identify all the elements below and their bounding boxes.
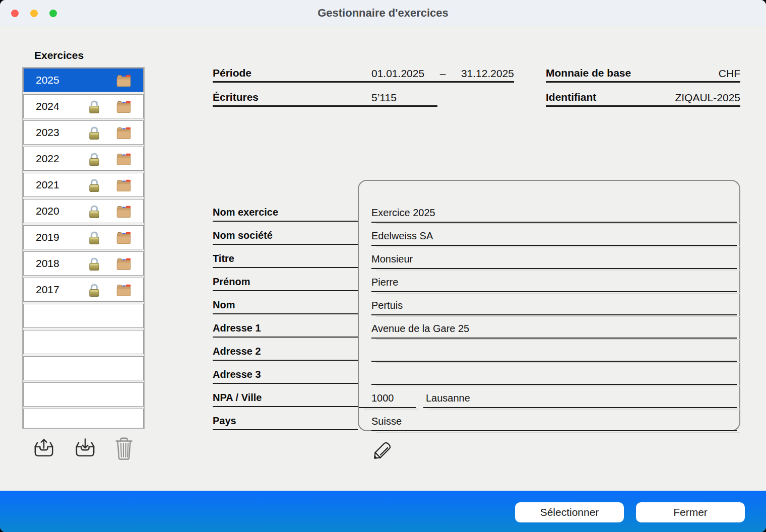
lock-icon: [88, 231, 100, 245]
exercise-year-row-2017[interactable]: 2017: [23, 278, 144, 302]
form-value-5[interactable]: Avenue de la Gare 25: [371, 323, 469, 335]
edit-address-button[interactable]: [368, 439, 394, 464]
form-value-underline: [371, 430, 737, 431]
ecritures-underline: [213, 105, 437, 107]
form-value-underline: [371, 361, 737, 362]
export-exercise-button[interactable]: [32, 438, 56, 459]
form-label-underline: [213, 290, 358, 291]
exercise-year-row-2024[interactable]: 2024: [23, 94, 144, 118]
form-label-underline: [213, 244, 358, 245]
import-exercise-button[interactable]: [73, 438, 97, 459]
form-value-underline: [371, 291, 737, 292]
form-label-underline: [213, 429, 358, 430]
npa-field[interactable]: 1000: [371, 392, 394, 404]
footer-bar: Sélectionner Fermer: [0, 491, 766, 532]
card-file-icon: [116, 231, 132, 245]
lock-icon: [88, 126, 100, 140]
card-file-icon: [116, 205, 132, 219]
lock-icon: [88, 205, 100, 219]
exercise-year-row-2023[interactable]: 2023: [23, 120, 144, 145]
exercise-year-row-2025[interactable]: 2025: [23, 68, 144, 92]
exercise-year-row-2019[interactable]: 2019: [23, 225, 144, 249]
exercise-year-row-2018[interactable]: 2018: [23, 251, 144, 276]
ecritures-value: 5’115: [371, 92, 397, 104]
periode-start: 01.01.2025: [371, 68, 424, 80]
form-label-1: Nom société: [213, 230, 273, 241]
monnaie-underline: [546, 81, 740, 83]
form-label-underline: [213, 267, 358, 268]
form-label-underline: [213, 313, 358, 314]
form-label-7: Adresse 3: [213, 369, 261, 380]
form-label-underline: [213, 406, 358, 407]
form-label-8: NPA / Ville: [213, 392, 262, 404]
trash-icon: [114, 436, 134, 460]
lock-icon: [88, 257, 100, 271]
identifiant-underline: [546, 105, 740, 107]
exercise-year-row-2021[interactable]: 2021: [23, 173, 144, 197]
lock-icon: [88, 283, 100, 297]
form-value-underline: [371, 245, 737, 246]
card-file-icon: [116, 126, 132, 140]
form-label-underline: [213, 360, 358, 361]
form-value-4[interactable]: Pertuis: [371, 300, 403, 311]
form-value-underline: [371, 314, 737, 315]
ecritures-label: Écritures: [213, 91, 259, 103]
form-value-underline: [371, 338, 737, 339]
close-button[interactable]: Fermer: [636, 502, 745, 522]
form-label-underline: [213, 221, 358, 222]
year-label: 2018: [36, 252, 59, 275]
year-label: 2024: [36, 95, 59, 118]
empty-year-row[interactable]: [23, 304, 144, 328]
titlebar: Gestionnaire d'exercices: [0, 0, 766, 26]
empty-year-row[interactable]: [23, 382, 144, 407]
year-label: 2019: [36, 226, 59, 249]
form-value-underline: [371, 222, 737, 223]
form-label-underline: [213, 337, 358, 338]
periode-label: Période: [213, 67, 251, 79]
form-label-3: Prénom: [213, 276, 250, 288]
empty-year-row[interactable]: [23, 409, 144, 429]
export-tray-up-icon: [32, 438, 56, 459]
card-file-icon: [116, 178, 132, 192]
year-label: 2025: [36, 69, 59, 92]
card-file-icon: [116, 257, 132, 271]
delete-exercise-button[interactable]: [114, 436, 134, 460]
form-label-5: Adresse 1: [213, 322, 261, 334]
card-file-icon: [116, 152, 132, 166]
form-value-underline: [371, 268, 737, 269]
form-label-9: Pays: [213, 415, 236, 427]
form-value-1[interactable]: Edelweiss SA: [371, 230, 433, 242]
exercise-year-row-2020[interactable]: 2020: [23, 199, 144, 223]
form-value-0[interactable]: Exercice 2025: [371, 207, 435, 219]
form-value-2[interactable]: Monsieur: [371, 253, 413, 265]
window: Gestionnaire d'exercices Exercices 20252…: [0, 0, 766, 532]
form-label-4: Nom: [213, 299, 235, 311]
year-label: 2017: [36, 278, 59, 301]
import-tray-down-icon: [73, 438, 97, 459]
form-label-underline: [213, 383, 358, 384]
card-file-icon: [116, 283, 132, 297]
empty-year-row[interactable]: [23, 356, 144, 380]
select-button[interactable]: Sélectionner: [515, 502, 624, 522]
lock-icon: [88, 178, 100, 192]
pencil-icon: [368, 439, 394, 464]
npa-field-underline: [359, 407, 416, 408]
year-label: 2023: [36, 121, 59, 144]
card-file-icon: [116, 100, 132, 114]
periode-underline: [213, 81, 514, 83]
year-label: 2021: [36, 173, 59, 196]
card-file-icon: [116, 74, 132, 88]
year-label: 2020: [36, 200, 59, 223]
empty-year-row[interactable]: [23, 330, 144, 354]
lock-icon: [88, 100, 100, 114]
form-value-9[interactable]: Suisse: [371, 416, 402, 427]
form-label-2: Titre: [213, 253, 234, 264]
form-value-3[interactable]: Pierre: [371, 277, 398, 288]
form-label-0: Nom exercice: [213, 207, 278, 218]
exercise-year-list: 202520242023202220212020201920182017: [22, 67, 145, 429]
monnaie-value: CHF: [546, 68, 740, 80]
window-title: Gestionnaire d'exercices: [0, 0, 766, 26]
periode-end: 31.12.2025: [461, 68, 514, 80]
ville-field[interactable]: Lausanne: [426, 392, 470, 404]
exercise-year-row-2022[interactable]: 2022: [23, 147, 144, 171]
